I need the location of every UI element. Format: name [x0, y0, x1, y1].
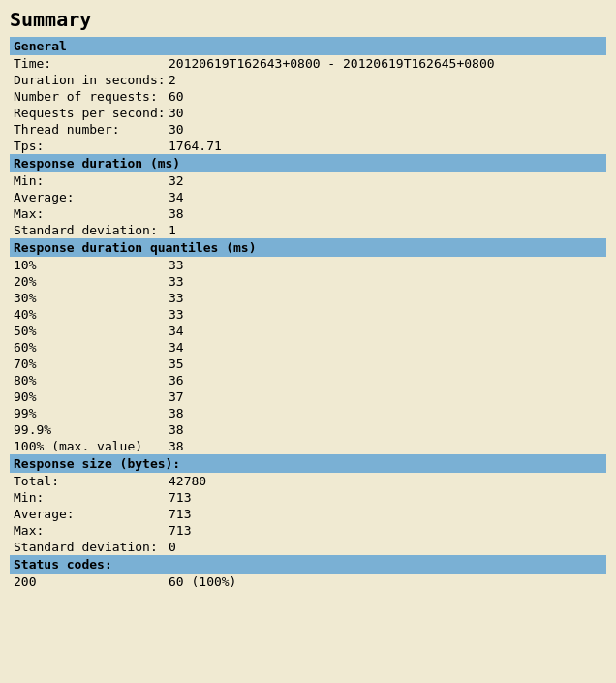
- row-label: Average:: [14, 507, 169, 521]
- table-row: Min:32: [10, 172, 606, 189]
- row-value: 36: [169, 373, 184, 388]
- row-label: 30%: [14, 291, 169, 305]
- row-label: 100% (max. value): [14, 439, 169, 453]
- row-value: 35: [169, 357, 184, 371]
- table-row: 10%33: [10, 257, 606, 273]
- table-row: Requests per second:30: [10, 105, 606, 121]
- row-value: 1764.71: [169, 139, 222, 153]
- row-value: 30: [169, 106, 184, 120]
- page-title: Summary: [10, 8, 606, 31]
- row-label: 99.9%: [14, 422, 169, 437]
- row-label: 80%: [14, 373, 169, 388]
- table-row: 20%33: [10, 273, 606, 290]
- row-label: Average:: [14, 190, 169, 204]
- row-value: 713: [169, 490, 191, 505]
- row-value: 42780: [169, 474, 206, 488]
- row-value: 38: [169, 422, 184, 437]
- section-header-response-duration: Response duration (ms): [10, 154, 606, 172]
- row-label: Thread number:: [14, 122, 169, 137]
- section-header-general: General: [10, 37, 606, 55]
- row-value: 60: [169, 89, 184, 104]
- table-row: Average:34: [10, 189, 606, 205]
- row-value: 30: [169, 122, 184, 137]
- table-row: Min:713: [10, 489, 606, 506]
- page-wrapper: Summary GeneralTime:20120619T162643+0800…: [0, 0, 616, 598]
- table-row: Time:20120619T162643+0800 - 20120619T162…: [10, 55, 606, 72]
- table-row: Total:42780: [10, 473, 606, 489]
- table-row: 80%36: [10, 372, 606, 388]
- table-row: 60%34: [10, 339, 606, 356]
- row-value: 60 (100%): [169, 574, 236, 589]
- row-label: 70%: [14, 357, 169, 371]
- row-label: Min:: [14, 490, 169, 505]
- row-value: 20120619T162643+0800 - 20120619T162645+0…: [169, 56, 495, 71]
- row-value: 33: [169, 291, 184, 305]
- row-label: 60%: [14, 340, 169, 355]
- row-value: 33: [169, 307, 184, 322]
- table-row: 100% (max. value)38: [10, 438, 606, 454]
- row-label: Max:: [14, 523, 169, 538]
- row-label: 90%: [14, 389, 169, 404]
- row-label: Number of requests:: [14, 89, 169, 104]
- row-label: Standard deviation:: [14, 223, 169, 237]
- section-header-response-duration-quantiles: Response duration quantiles (ms): [10, 238, 606, 257]
- table-row: 30%33: [10, 290, 606, 306]
- row-value: 38: [169, 439, 184, 453]
- table-row: Average:713: [10, 506, 606, 522]
- row-label: Total:: [14, 474, 169, 488]
- row-label: 50%: [14, 324, 169, 338]
- row-value: 34: [169, 340, 184, 355]
- row-value: 38: [169, 406, 184, 420]
- row-value: 33: [169, 258, 184, 272]
- table-row: 20060 (100%): [10, 574, 606, 590]
- row-value: 2: [169, 73, 176, 87]
- row-label: 200: [14, 574, 169, 589]
- section-header-status-codes: Status codes:: [10, 555, 606, 574]
- sections-container: GeneralTime:20120619T162643+0800 - 20120…: [10, 37, 606, 590]
- row-label: Standard deviation:: [14, 540, 169, 554]
- table-row: Standard deviation:1: [10, 222, 606, 238]
- table-row: Max:713: [10, 522, 606, 539]
- row-value: 33: [169, 274, 184, 289]
- table-row: Standard deviation:0: [10, 539, 606, 555]
- row-label: 40%: [14, 307, 169, 322]
- table-row: 90%37: [10, 388, 606, 405]
- row-value: 32: [169, 173, 184, 188]
- row-label: Tps:: [14, 139, 169, 153]
- table-row: 99%38: [10, 405, 606, 421]
- row-label: Time:: [14, 56, 169, 71]
- table-row: Duration in seconds:2: [10, 72, 606, 88]
- table-row: 70%35: [10, 356, 606, 372]
- row-label: Max:: [14, 206, 169, 221]
- table-row: 99.9%38: [10, 421, 606, 438]
- row-value: 713: [169, 523, 191, 538]
- table-row: Max:38: [10, 205, 606, 222]
- row-value: 713: [169, 507, 191, 521]
- row-label: Min:: [14, 173, 169, 188]
- row-value: 1: [169, 223, 176, 237]
- table-row: 50%34: [10, 323, 606, 339]
- table-row: Number of requests:60: [10, 88, 606, 105]
- table-row: 40%33: [10, 306, 606, 323]
- row-value: 34: [169, 190, 184, 204]
- row-value: 34: [169, 324, 184, 338]
- row-label: 99%: [14, 406, 169, 420]
- row-label: Duration in seconds:: [14, 73, 169, 87]
- row-label: Requests per second:: [14, 106, 169, 120]
- row-value: 38: [169, 206, 184, 221]
- table-row: Thread number:30: [10, 121, 606, 138]
- section-header-response-size: Response size (bytes):: [10, 454, 606, 473]
- row-value: 0: [169, 540, 176, 554]
- row-label: 10%: [14, 258, 169, 272]
- table-row: Tps:1764.71: [10, 138, 606, 154]
- row-label: 20%: [14, 274, 169, 289]
- row-value: 37: [169, 389, 184, 404]
